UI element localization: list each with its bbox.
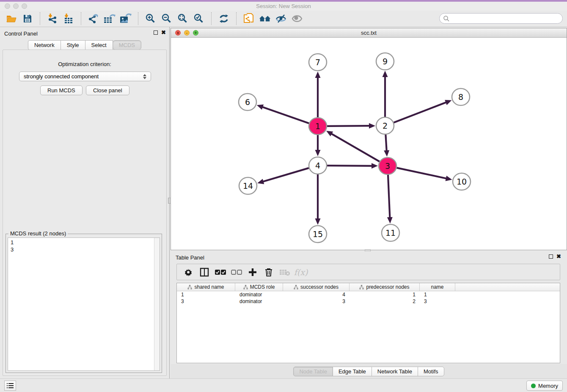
graph-node-7[interactable]: 7 <box>309 54 327 71</box>
tab-network[interactable]: Network <box>28 40 61 50</box>
graph-node-1[interactable]: 1 <box>309 118 327 135</box>
deselect-all-icon[interactable] <box>230 266 243 278</box>
import-table-icon[interactable] <box>62 13 75 25</box>
task-history-button[interactable] <box>4 381 16 391</box>
import-network-icon[interactable] <box>46 13 59 25</box>
result-scrollbar[interactable] <box>154 238 160 370</box>
close-table-panel-icon[interactable]: ✖ <box>556 254 561 259</box>
edge-arrowhead <box>372 163 378 168</box>
graph-node-3[interactable]: 3 <box>379 157 396 174</box>
save-session-icon[interactable] <box>21 13 34 25</box>
float-panel-icon[interactable] <box>154 30 158 35</box>
memory-button[interactable]: Memory <box>526 381 563 391</box>
open-session-icon[interactable] <box>5 13 18 25</box>
refresh-icon[interactable] <box>217 13 230 25</box>
graph-node-4[interactable]: 4 <box>309 157 327 174</box>
export-image-icon[interactable] <box>119 13 132 25</box>
memory-label: Memory <box>538 383 558 389</box>
graph-node-11[interactable]: 11 <box>382 224 399 241</box>
table-tabs: Node TableEdge TableNetwork TableMotifs <box>293 367 444 376</box>
graph-node-14[interactable]: 14 <box>239 177 257 194</box>
close-panel-button[interactable]: Close panel <box>86 86 129 95</box>
toolbar-separator <box>40 12 40 25</box>
table-cell[interactable]: 1 <box>420 291 455 298</box>
zoom-out-icon[interactable] <box>160 13 173 25</box>
criterion-select[interactable]: strongly connected component <box>19 72 151 81</box>
graph-node-6[interactable]: 6 <box>239 94 256 110</box>
tab-mcds[interactable]: MCDS <box>113 40 141 50</box>
table-toolbar: f(x) <box>176 264 560 280</box>
edge-3-11[interactable] <box>388 175 390 218</box>
new-network-from-selection-icon[interactable] <box>242 13 255 25</box>
search-input[interactable] <box>450 14 562 23</box>
tab-edge-table[interactable]: Edge Table <box>333 367 372 376</box>
graph-node-2[interactable]: 2 <box>376 117 394 134</box>
graph-node-15[interactable]: 15 <box>309 226 327 243</box>
edge-3-1[interactable] <box>330 133 379 162</box>
table-panel: Table Panel ✖ <box>171 251 567 378</box>
table-cell[interactable]: 4 <box>283 291 350 298</box>
table-cell[interactable]: 3 <box>283 298 350 305</box>
vertical-splitter-handle[interactable] <box>168 198 171 204</box>
tab-motifs[interactable]: Motifs <box>418 367 444 376</box>
run-mcds-button[interactable]: Run MCDS <box>40 86 83 95</box>
network-view-window: x - + scc.txt 7968124314101511 <box>171 28 567 250</box>
edge-4-3[interactable] <box>327 166 373 166</box>
add-row-icon[interactable] <box>246 266 259 278</box>
edge-4-14[interactable] <box>262 168 309 182</box>
zoom-fit-icon[interactable] <box>176 13 189 25</box>
table-cell[interactable]: 1 <box>350 291 420 298</box>
table-panel-title: Table Panel <box>176 254 204 261</box>
svg-text:2: 2 <box>383 121 388 130</box>
edge-arrowhead <box>384 150 389 157</box>
table-row[interactable]: 1dominator411 <box>177 291 560 298</box>
show-columns-icon[interactable] <box>198 266 211 278</box>
table-cell[interactable]: dominator <box>235 291 283 298</box>
edge-3-10[interactable] <box>397 168 447 179</box>
column-header-predecessor-nodes[interactable]: predecessor nodes <box>350 283 420 291</box>
search-box[interactable] <box>439 13 563 24</box>
float-table-panel-icon[interactable] <box>549 254 553 259</box>
table-cell[interactable]: 3 <box>177 298 235 305</box>
zoom-in-icon[interactable] <box>144 13 157 25</box>
mcds-result-group: MCDS result (2 nodes) 1 3 <box>6 234 162 373</box>
graph-node-9[interactable]: 9 <box>376 53 394 70</box>
node-table[interactable]: shared nameMCDS rolesuccessor nodesprede… <box>176 283 560 363</box>
export-table-icon[interactable] <box>103 13 116 25</box>
export-network-icon[interactable] <box>87 13 100 25</box>
show-all-icon[interactable] <box>291 13 303 25</box>
toolbar-separator <box>236 12 237 25</box>
edge-1-6[interactable] <box>261 107 309 123</box>
column-header-mcds-role[interactable]: MCDS role <box>235 283 283 291</box>
tab-network-table[interactable]: Network Table <box>372 367 418 376</box>
tab-node-table[interactable]: Node Table <box>293 367 333 376</box>
table-cell[interactable]: 2 <box>350 298 420 305</box>
table-cell[interactable]: 3 <box>420 298 455 305</box>
edge-2-8[interactable] <box>394 102 447 122</box>
edge-2-3[interactable] <box>385 135 386 152</box>
delete-row-icon[interactable] <box>262 266 275 278</box>
table-row[interactable]: 3dominator323 <box>177 298 560 305</box>
first-neighbors-icon[interactable] <box>259 13 271 25</box>
tab-style[interactable]: Style <box>61 40 85 50</box>
network-window-titlebar[interactable]: x - + scc.txt <box>171 28 567 38</box>
mcds-panel-body: Optimization criterion: strongly connect… <box>3 50 167 376</box>
hide-selected-icon[interactable] <box>275 13 287 25</box>
close-panel-icon[interactable]: ✖ <box>161 30 166 35</box>
tab-select[interactable]: Select <box>85 40 113 50</box>
control-panel-title: Control Panel <box>4 30 38 37</box>
mcds-result-textarea[interactable]: 1 3 <box>8 237 160 371</box>
column-header-name[interactable]: name <box>420 283 455 291</box>
select-all-icon[interactable] <box>214 266 227 278</box>
graph-node-10[interactable]: 10 <box>453 173 471 190</box>
network-canvas[interactable]: 7968124314101511 <box>171 38 567 250</box>
graph-node-8[interactable]: 8 <box>452 88 470 105</box>
zoom-selected-icon[interactable] <box>193 13 205 25</box>
table-settings-icon[interactable] <box>182 266 195 278</box>
table-cell[interactable]: 1 <box>177 291 235 298</box>
edge-1-2[interactable] <box>327 126 370 126</box>
column-header-successor-nodes[interactable]: successor nodes <box>283 283 350 291</box>
column-header-shared-name[interactable]: shared name <box>177 283 235 291</box>
toolbar-separator <box>81 12 81 25</box>
table-cell[interactable]: dominator <box>235 298 283 305</box>
